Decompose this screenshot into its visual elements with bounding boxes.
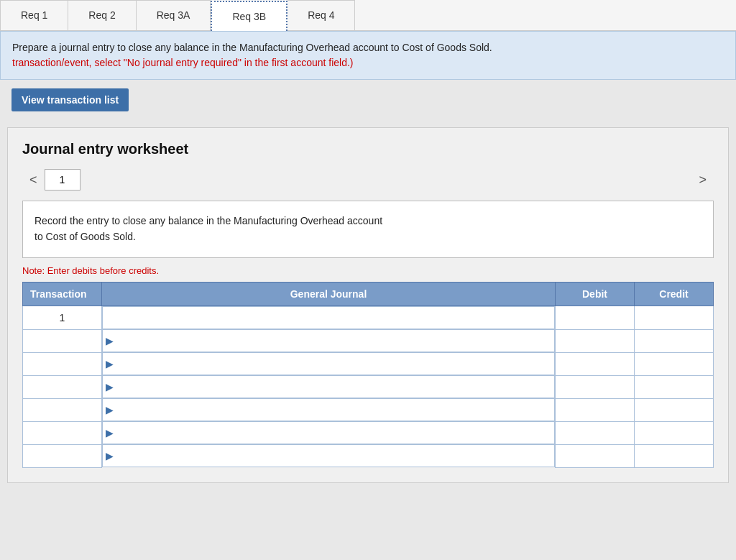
table-row: 1 bbox=[23, 306, 714, 330]
transaction-cell bbox=[23, 352, 102, 375]
credit-input[interactable] bbox=[635, 306, 713, 329]
tab-req3b[interactable]: Req 3B bbox=[211, 1, 288, 31]
credit-input[interactable] bbox=[635, 422, 713, 444]
row-arrow-icon: ▶ bbox=[103, 404, 114, 416]
transaction-cell bbox=[23, 375, 102, 398]
debit-cell[interactable] bbox=[556, 398, 635, 421]
tab-bar: Req 1 Req 2 Req 3A Req 3B Req 4 bbox=[0, 0, 736, 31]
table-row: ▶ bbox=[23, 329, 714, 352]
credit-input[interactable] bbox=[635, 353, 713, 375]
description-box: Record the entry to close any balance in… bbox=[22, 201, 714, 258]
general-journal-input[interactable] bbox=[114, 353, 554, 375]
nav-right-arrow[interactable]: > bbox=[691, 170, 714, 191]
general-journal-cell[interactable] bbox=[102, 306, 555, 329]
general-journal-cell[interactable]: ▶ bbox=[102, 398, 555, 421]
general-journal-cell[interactable]: ▶ bbox=[102, 375, 555, 398]
credit-cell[interactable] bbox=[635, 398, 714, 421]
debit-input[interactable] bbox=[556, 330, 634, 352]
tab-req3a[interactable]: Req 3A bbox=[137, 0, 211, 30]
transaction-cell bbox=[23, 398, 102, 421]
col-header-credit: Credit bbox=[635, 283, 714, 306]
instruction-box: Prepare a journal entry to close any bal… bbox=[0, 31, 736, 80]
tab-req1[interactable]: Req 1 bbox=[0, 0, 68, 30]
debit-cell[interactable] bbox=[556, 444, 635, 467]
general-journal-cell[interactable]: ▶ bbox=[102, 444, 555, 467]
journal-table: Transaction General Journal Debit Credit… bbox=[22, 282, 714, 468]
credit-input[interactable] bbox=[635, 330, 713, 352]
debit-input[interactable] bbox=[556, 353, 634, 375]
nav-left-arrow[interactable]: < bbox=[22, 170, 45, 191]
tab-req2[interactable]: Req 2 bbox=[68, 0, 136, 30]
debit-input[interactable] bbox=[556, 422, 634, 444]
view-transaction-button[interactable]: View transaction list bbox=[12, 88, 129, 111]
general-journal-input[interactable] bbox=[106, 307, 554, 329]
instruction-main-text: Prepare a journal entry to close any bal… bbox=[12, 42, 492, 53]
general-journal-input[interactable] bbox=[114, 399, 554, 421]
table-row: ▶ bbox=[23, 398, 714, 421]
general-journal-cell[interactable]: ▶ bbox=[102, 329, 555, 352]
page-tab[interactable]: 1 bbox=[45, 169, 80, 191]
col-header-general-journal: General Journal bbox=[102, 283, 556, 306]
credit-cell[interactable] bbox=[635, 352, 714, 375]
row-arrow-icon: ▶ bbox=[103, 335, 114, 346]
table-row: ▶ bbox=[23, 421, 714, 444]
pagination-area: < 1 > bbox=[22, 169, 714, 191]
credit-cell[interactable] bbox=[635, 421, 714, 444]
worksheet-container: Journal entry worksheet < 1 > Record the… bbox=[7, 127, 729, 483]
instruction-red-text: transaction/event, select "No journal en… bbox=[12, 57, 354, 68]
general-journal-input[interactable] bbox=[114, 422, 554, 444]
debit-input[interactable] bbox=[556, 306, 634, 329]
debit-cell[interactable] bbox=[556, 352, 635, 375]
description-text: Record the entry to close any balance in… bbox=[34, 215, 382, 242]
table-row: ▶ bbox=[23, 375, 714, 398]
worksheet-title: Journal entry worksheet bbox=[22, 141, 714, 157]
debit-cell[interactable] bbox=[556, 421, 635, 444]
credit-cell[interactable] bbox=[635, 306, 714, 330]
debit-input[interactable] bbox=[556, 445, 634, 467]
general-journal-input[interactable] bbox=[114, 330, 554, 352]
table-row: ▶ bbox=[23, 444, 714, 467]
credit-cell[interactable] bbox=[635, 375, 714, 398]
general-journal-input[interactable] bbox=[114, 376, 554, 398]
credit-input[interactable] bbox=[635, 445, 713, 467]
general-journal-cell[interactable]: ▶ bbox=[102, 421, 555, 444]
col-header-debit: Debit bbox=[556, 283, 635, 306]
transaction-cell: 1 bbox=[23, 306, 102, 330]
row-arrow-icon: ▶ bbox=[103, 358, 114, 369]
table-row: ▶ bbox=[23, 352, 714, 375]
tab-req4[interactable]: Req 4 bbox=[288, 0, 355, 30]
debit-cell[interactable] bbox=[556, 375, 635, 398]
general-journal-input[interactable] bbox=[114, 445, 554, 467]
debit-cell[interactable] bbox=[556, 306, 635, 330]
credit-input[interactable] bbox=[635, 399, 713, 421]
credit-input[interactable] bbox=[635, 376, 713, 398]
transaction-cell bbox=[23, 444, 102, 467]
transaction-cell bbox=[23, 421, 102, 444]
row-arrow-icon: ▶ bbox=[103, 427, 114, 439]
general-journal-cell[interactable]: ▶ bbox=[102, 352, 555, 375]
row-arrow-icon: ▶ bbox=[103, 450, 114, 462]
col-header-transaction: Transaction bbox=[23, 283, 102, 306]
credit-cell[interactable] bbox=[635, 329, 714, 352]
debit-input[interactable] bbox=[556, 399, 634, 421]
note-text: Note: Enter debits before credits. bbox=[22, 265, 714, 276]
debit-input[interactable] bbox=[556, 376, 634, 398]
credit-cell[interactable] bbox=[635, 444, 714, 467]
transaction-cell bbox=[23, 329, 102, 352]
debit-cell[interactable] bbox=[556, 329, 635, 352]
row-arrow-icon: ▶ bbox=[103, 381, 114, 393]
